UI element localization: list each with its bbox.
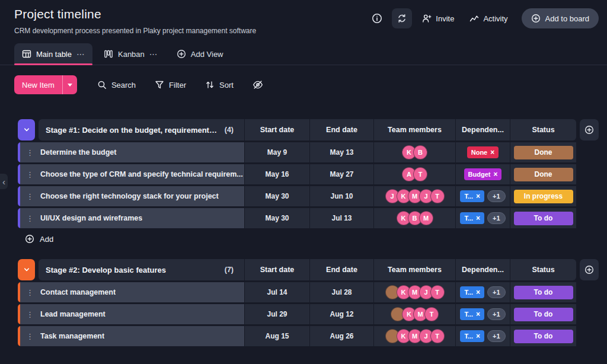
item-name-cell[interactable]: Lead management: [20, 304, 244, 324]
start-date-cell[interactable]: Jul 14: [244, 282, 309, 302]
sync-boards-button[interactable]: [392, 8, 412, 28]
more-dependencies-badge[interactable]: +1: [487, 330, 506, 342]
table-row[interactable]: Task management Aug 15 Aug 26 K M J T T.…: [18, 326, 576, 346]
team-members-cell[interactable]: K M T: [373, 304, 455, 324]
status-cell[interactable]: Done: [510, 164, 576, 184]
info-button[interactable]: [367, 8, 387, 28]
tab-kanban[interactable]: Kanban: [96, 43, 165, 65]
team-members-cell[interactable]: K M J T: [373, 326, 455, 346]
collapse-group-button[interactable]: [18, 259, 35, 280]
status-cell[interactable]: To do: [510, 304, 576, 324]
column-header-status[interactable]: Status: [510, 119, 576, 141]
remove-dependency-icon[interactable]: [476, 193, 480, 200]
member-avatar[interactable]: T: [413, 167, 427, 181]
column-header-end-date[interactable]: End date: [309, 119, 373, 141]
dependencies-cell[interactable]: T... +1: [455, 326, 510, 346]
member-avatar[interactable]: T: [430, 189, 445, 203]
hide-columns-button[interactable]: [247, 76, 269, 94]
search-button[interactable]: Search: [91, 76, 142, 93]
end-date-cell[interactable]: Jul 28: [309, 282, 373, 302]
item-name-cell[interactable]: Contact management: [20, 282, 244, 302]
item-name-cell[interactable]: Choose the type of CRM and specify techn…: [20, 164, 244, 184]
end-date-cell[interactable]: Jul 13: [309, 208, 373, 228]
dependency-badge[interactable]: T...: [460, 286, 484, 298]
item-name-cell[interactable]: Task management: [20, 326, 244, 346]
new-item-dropdown-button[interactable]: [62, 75, 77, 94]
more-dependencies-badge[interactable]: +1: [487, 212, 506, 224]
dependencies-cell[interactable]: T... +1: [455, 304, 510, 324]
more-dependencies-badge[interactable]: +1: [487, 308, 506, 320]
drag-handle-icon[interactable]: [20, 192, 39, 201]
drag-handle-icon[interactable]: [20, 214, 39, 223]
member-avatar[interactable]: T: [430, 329, 445, 343]
start-date-cell[interactable]: Jul 29: [244, 304, 309, 324]
dependencies-cell[interactable]: T... +1: [455, 186, 510, 206]
dependency-badge[interactable]: T...: [460, 212, 484, 224]
more-dependencies-badge[interactable]: +1: [487, 286, 506, 298]
remove-dependency-icon[interactable]: [476, 289, 480, 296]
group-title[interactable]: Stage #1: Decide on the budget, requirem…: [39, 126, 220, 135]
column-header-team-members[interactable]: Team members: [373, 259, 455, 280]
dependencies-cell[interactable]: T... +1: [455, 208, 510, 228]
start-date-cell[interactable]: May 16: [244, 164, 309, 184]
table-row[interactable]: Determine the budget May 9 May 13 K B No…: [18, 142, 576, 162]
member-avatar[interactable]: T: [430, 285, 445, 299]
member-avatar[interactable]: B: [413, 145, 427, 159]
tab-main-table[interactable]: Main table: [14, 43, 92, 65]
dependency-badge[interactable]: Budget: [464, 168, 502, 180]
item-name-cell[interactable]: Choose the right technology stack for yo…: [20, 186, 244, 206]
status-pill[interactable]: Done: [514, 168, 573, 181]
status-pill[interactable]: To do: [514, 212, 573, 225]
team-members-cell[interactable]: K B M: [373, 208, 455, 228]
remove-dependency-icon[interactable]: [490, 149, 494, 156]
invite-button[interactable]: Invite: [417, 10, 459, 27]
activity-button[interactable]: Activity: [464, 10, 513, 27]
remove-dependency-icon[interactable]: [493, 171, 497, 178]
start-date-cell[interactable]: May 30: [244, 186, 309, 206]
end-date-cell[interactable]: May 27: [309, 164, 373, 184]
status-cell[interactable]: In progress: [510, 186, 576, 206]
end-date-cell[interactable]: Aug 12: [309, 304, 373, 324]
team-members-cell[interactable]: A T: [373, 164, 455, 184]
status-pill[interactable]: To do: [514, 308, 573, 321]
member-avatar[interactable]: T: [424, 307, 439, 321]
column-header-end-date[interactable]: End date: [309, 259, 373, 280]
tab-options-icon[interactable]: [76, 50, 85, 58]
drag-handle-icon[interactable]: [20, 332, 39, 341]
status-pill[interactable]: Done: [514, 146, 573, 159]
new-item-button[interactable]: New Item: [14, 75, 77, 94]
collapse-panel-arrow-icon[interactable]: ‹: [0, 174, 8, 189]
dependencies-cell[interactable]: None: [455, 142, 510, 162]
item-name-cell[interactable]: Determine the budget: [20, 142, 244, 162]
member-avatar[interactable]: M: [419, 211, 433, 225]
remove-dependency-icon[interactable]: [476, 333, 480, 340]
table-row[interactable]: Contact management Jul 14 Jul 28 K M J T…: [18, 282, 576, 302]
drag-handle-icon[interactable]: [20, 148, 39, 157]
collapse-group-button[interactable]: [18, 119, 35, 141]
status-pill[interactable]: To do: [514, 286, 573, 299]
status-cell[interactable]: To do: [510, 208, 576, 228]
more-dependencies-badge[interactable]: +1: [487, 190, 506, 202]
end-date-cell[interactable]: Jun 10: [309, 186, 373, 206]
add-column-button[interactable]: [580, 259, 599, 280]
status-cell[interactable]: Done: [510, 142, 576, 162]
column-header-team-members[interactable]: Team members: [373, 119, 455, 141]
status-pill[interactable]: To do: [514, 330, 573, 343]
column-header-start-date[interactable]: Start date: [244, 119, 309, 141]
table-row[interactable]: Choose the right technology stack for yo…: [18, 186, 576, 206]
start-date-cell[interactable]: Aug 15: [244, 326, 309, 346]
column-header-status[interactable]: Status: [510, 259, 576, 280]
dependencies-cell[interactable]: T... +1: [455, 282, 510, 302]
start-date-cell[interactable]: May 30: [244, 208, 309, 228]
dependency-badge[interactable]: T...: [460, 330, 484, 342]
dependencies-cell[interactable]: Budget: [455, 164, 510, 184]
status-pill[interactable]: In progress: [514, 190, 573, 203]
group-title[interactable]: Stage #2: Develop basic features: [39, 266, 166, 274]
item-name-cell[interactable]: UI/UX design and wireframes: [20, 208, 244, 228]
sort-button[interactable]: Sort: [199, 76, 239, 93]
drag-handle-icon[interactable]: [20, 288, 39, 297]
team-members-cell[interactable]: J K M J T: [373, 186, 455, 206]
filter-button[interactable]: Filter: [149, 76, 192, 93]
table-row[interactable]: Lead management Jul 29 Aug 12 K M T T...…: [18, 304, 576, 324]
status-cell[interactable]: To do: [510, 326, 576, 346]
